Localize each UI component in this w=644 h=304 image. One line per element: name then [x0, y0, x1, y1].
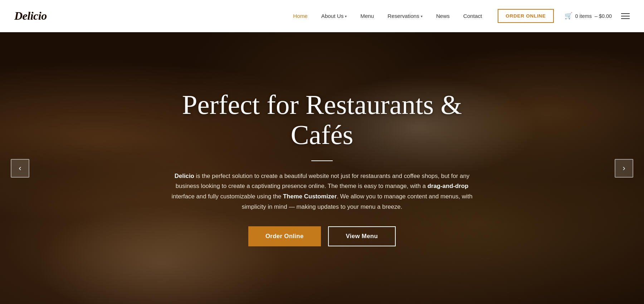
hero-menu-button[interactable]: View Menu	[328, 226, 396, 246]
site-header: Delicio Home About Us ▾ Menu Reservation…	[0, 0, 644, 32]
order-online-button[interactable]: ORDER ONLINE	[498, 9, 553, 23]
nav-item-home[interactable]: Home	[288, 10, 313, 22]
hamburger-line	[621, 18, 630, 19]
next-slide-button[interactable]: ›	[615, 159, 633, 178]
hero-title: Perfect for Restaurants & Cafés	[157, 90, 487, 150]
drag-drop-bold: drag-and-drop	[428, 183, 469, 189]
cart-price: – $0.00	[595, 13, 612, 19]
chevron-down-icon: ▾	[421, 14, 423, 18]
hero-content: Perfect for Restaurants & Cafés Delicio …	[143, 90, 501, 246]
hamburger-line	[621, 13, 630, 14]
hero-divider	[311, 160, 333, 161]
hero-description: Delicio is the perfect solution to creat…	[168, 171, 476, 212]
hero-order-button[interactable]: Order Online	[248, 226, 321, 246]
nav-item-reservations[interactable]: Reservations ▾	[382, 10, 428, 22]
hero-buttons: Order Online View Menu	[157, 226, 487, 246]
prev-slide-button[interactable]: ‹	[11, 159, 29, 178]
logo[interactable]: Delicio	[14, 9, 47, 23]
hero-section: ‹ Perfect for Restaurants & Cafés Delici…	[0, 32, 644, 304]
arrow-right-icon: ›	[623, 164, 625, 173]
cart-icon: 🛒	[565, 12, 572, 20]
hamburger-line	[621, 16, 630, 16]
nav-item-contact[interactable]: Contact	[458, 10, 487, 22]
hamburger-button[interactable]	[621, 13, 630, 19]
nav-item-menu[interactable]: Menu	[355, 10, 379, 22]
cart-area[interactable]: 🛒 0 items – $0.00	[565, 12, 612, 20]
nav-item-news[interactable]: News	[431, 10, 455, 22]
main-nav: Home About Us ▾ Menu Reservations ▾ News…	[288, 9, 630, 23]
cart-items: 0 items	[575, 13, 592, 19]
customizer-bold: Theme Customizer	[283, 193, 337, 200]
chevron-down-icon: ▾	[345, 14, 347, 18]
brand-name-bold: Delicio	[175, 173, 194, 179]
arrow-left-icon: ‹	[19, 164, 21, 173]
nav-item-about[interactable]: About Us ▾	[316, 10, 352, 22]
